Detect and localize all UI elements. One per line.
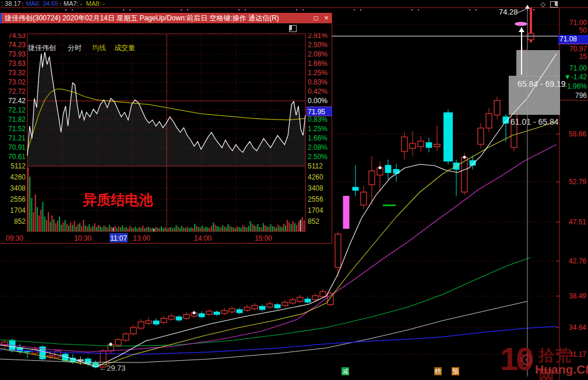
volume-bar [304,220,305,231]
volume-bar [139,227,140,231]
range-box-label: 65.84 - 69.19 [517,79,566,89]
candlestick [434,145,440,147]
price-axis-label: 73.63 [8,59,26,68]
intraday-popup-window[interactable]: 捷佳伟创(300724) 2020年02月14日 星期五 PageUp/Down… [0,13,332,244]
price-axis-label: 72.12 [8,106,26,114]
event-marker[interactable]: 榜 [434,367,442,375]
volume-bar [272,226,273,231]
volume-bar [192,228,193,231]
volume-bar [250,221,251,232]
candlestick [478,128,484,145]
volume-bar [198,227,199,231]
dotted-line-fragment [302,9,304,10]
dotted-line-fragment [354,9,355,10]
ma-value-text: MA8: - [86,0,105,7]
volume-bar [89,224,90,231]
maximize-button[interactable]: □ [311,13,321,23]
price-axis-label: 71.82 [8,115,26,124]
candlestick [131,328,136,334]
volume-bar [216,226,217,231]
price-axis-label: 72.72 [8,87,26,96]
event-marker[interactable]: 预 [452,367,459,375]
candlestick [369,171,375,185]
volume-bar [40,210,41,231]
volume-bar [50,221,51,231]
volume-axis-label: 852 [14,217,26,226]
dotted-line-fragment [360,9,361,10]
volume-axis-label: 2556 [308,195,323,203]
quote-panel-value: 70.97 [569,45,587,53]
candlestick [229,309,235,312]
candlestick [274,305,280,308]
volume-bar [112,227,114,231]
volume-bar [90,227,91,231]
dotted-line-fragment [129,9,131,10]
high-price-label: 74.28 [499,8,518,16]
volume-bar [65,220,66,231]
candlestick [146,321,152,323]
volume-bar [101,227,103,231]
green-dash-marker [383,205,396,206]
candlestick [184,314,189,318]
ma-line-120 [0,301,527,363]
time-axis-label: 14:00 [194,234,212,242]
split-view-icon[interactable] [289,25,297,32]
candlestick [503,117,509,123]
candlestick [305,299,311,302]
candlestick [221,310,227,314]
volume-bar [59,217,60,231]
panel-layout-icon[interactable] [550,1,558,8]
volume-bar [253,226,255,232]
volume-bar [207,227,209,231]
dotted-line-fragment [238,9,240,10]
candlestick [410,143,416,148]
volume-bar [257,224,258,231]
candlestick [335,234,341,268]
volume-bar [51,216,52,231]
candle-marker-dot [463,156,466,159]
range-label: 61.01 - 65.84 [510,117,559,126]
volume-bar [72,225,73,231]
candlestick [138,322,144,328]
volume-bar [133,228,134,231]
volume-bar [288,223,290,231]
event-marker[interactable]: 减 [341,367,349,375]
popup-title-bar[interactable]: 捷佳伟创(300724) 2020年02月14日 星期五 PageUp/Down… [0,13,332,23]
price-axis-label: 73.02 [8,78,26,86]
dotted-line-fragment [296,9,297,10]
price-axis-label: 74.23 [8,41,26,49]
volume-bar [239,227,240,231]
percent-axis-label: 0.83% [308,115,328,124]
volume-bar [57,221,58,231]
dotted-line-fragment [418,9,419,10]
volume-bar [185,228,186,231]
volume-bar [148,227,149,231]
volume-bar [117,228,118,231]
diamond-icon: ◇ [541,1,545,8]
dotted-line-fragment [469,9,470,10]
quote-panel-value: 71.00 [569,64,587,72]
current-price-tag: 71.08 [558,35,588,44]
volume-bar [167,228,168,231]
volume-bar [222,226,223,232]
volume-bar [98,225,99,231]
candlestick [244,307,250,311]
volume-bar [209,228,210,231]
volume-bar [194,224,195,231]
time-axis-label: 10:30 [74,234,91,242]
volume-bar [174,227,175,231]
volume-axis-label: 1704 [10,206,26,214]
time-axis-label: 15:00 [255,234,272,242]
volume-bar [159,228,160,231]
price-axis-label: 74.53 [8,33,26,40]
close-button[interactable]: × [321,13,332,23]
volume-bar [42,202,43,231]
time-axis-label: 09:30 [6,234,23,242]
volume-axis-label: 1704 [308,206,323,214]
volume-bar [111,227,112,231]
low-price-label: ←29.73 [99,364,126,372]
volume-bar [81,226,82,231]
volume-bar [179,228,181,231]
volume-bar [46,220,47,231]
volume-bar [74,221,75,231]
